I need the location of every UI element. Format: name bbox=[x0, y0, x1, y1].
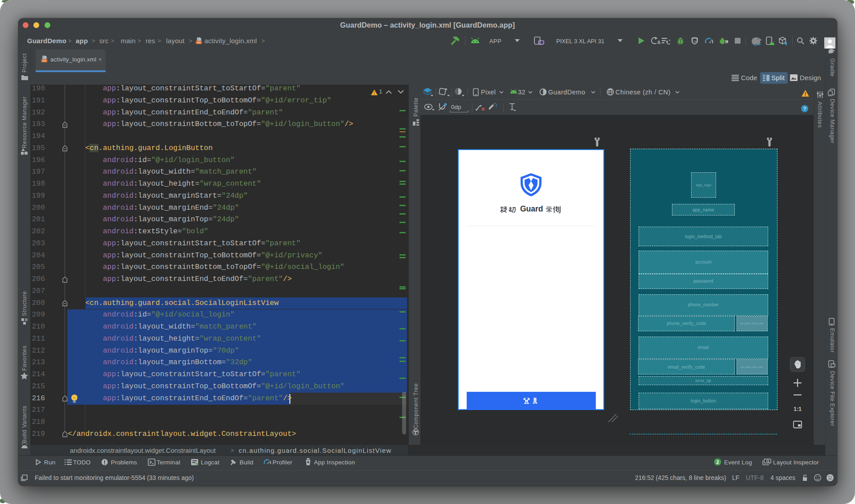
svg-text:2: 2 bbox=[716, 459, 719, 465]
svg-text:?: ? bbox=[803, 106, 806, 111]
svg-text:<>: <> bbox=[42, 59, 46, 63]
svg-text:<>: <> bbox=[197, 41, 200, 45]
svg-text:A: A bbox=[657, 40, 660, 45]
